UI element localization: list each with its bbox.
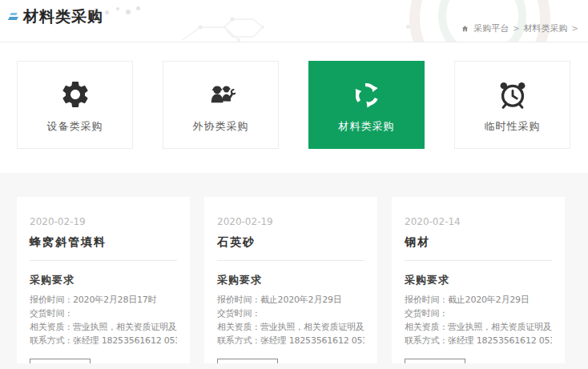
quote-time-line: 报价时间：2020年2月28日17时 xyxy=(30,293,177,307)
listing-date: 2020-02-19 xyxy=(217,216,364,227)
breadcrumb-separator: > xyxy=(513,24,519,33)
quote-time-line: 报价时间：截止2020年2月29日 xyxy=(405,293,552,307)
workers-icon xyxy=(204,77,238,112)
page-header: 材料类采购 采购平台 > 材料类采购 > xyxy=(0,0,588,42)
delivery-time-line: 交货时间： xyxy=(217,307,364,320)
title-wrap: 材料类采购 xyxy=(7,6,103,27)
category-row: 设备类采购 xyxy=(0,42,588,173)
listings-section: 2020-02-19 蜂窝斜管填料 采购要求 报价时间：2020年2月28日17… xyxy=(0,173,588,369)
detail-button[interactable]: 采购详单 xyxy=(30,359,91,363)
delivery-time-line: 交货时间： xyxy=(30,307,177,320)
category-card-temporary[interactable]: 临时性采购 xyxy=(454,61,570,149)
decor-dot xyxy=(406,25,410,29)
decor-dot xyxy=(105,10,109,14)
quote-time-line: 报价时间：截止2020年2月29日 xyxy=(217,293,364,307)
category-card-equipment[interactable]: 设备类采购 xyxy=(17,61,133,149)
listing-title: 钢材 xyxy=(405,235,552,250)
requirements-heading: 采购要求 xyxy=(405,273,552,287)
requirements-heading: 采购要求 xyxy=(30,273,177,287)
category-label: 材料类采购 xyxy=(339,119,395,134)
recycle-icon xyxy=(351,77,383,112)
breadcrumb: 采购平台 > 材料类采购 > xyxy=(461,22,578,34)
decor-circle-inner xyxy=(438,0,526,42)
title-marker-icon xyxy=(7,10,18,23)
listing-date: 2020-02-19 xyxy=(30,216,177,227)
decor-hexagon-pattern xyxy=(181,17,268,42)
requirements-heading: 采购要求 xyxy=(217,273,364,287)
listing-card-2: 2020-02-19 石英砂 采购要求 报价时间：截止2020年2月29日 交货… xyxy=(204,197,377,363)
listing-title: 石英砂 xyxy=(217,235,364,250)
category-label: 外协类采购 xyxy=(193,119,249,134)
listing-details: 报价时间：截止2020年2月29日 交货时间： 相关资质：营业执照，相关资质证明… xyxy=(405,293,552,347)
qualification-line: 相关资质：营业执照，相关资质证明及业绩清单等 xyxy=(30,320,177,334)
breadcrumb-home[interactable]: 采购平台 xyxy=(473,22,509,34)
alarm-clock-icon xyxy=(496,77,530,112)
category-card-outsourcing[interactable]: 外协类采购 xyxy=(163,61,279,149)
contact-line: 联系方式：张经理 18253561612 0535-8012972 xyxy=(217,334,364,347)
gear-icon xyxy=(59,77,91,112)
listing-card-1: 2020-02-19 蜂窝斜管填料 采购要求 报价时间：2020年2月28日17… xyxy=(17,197,190,363)
listing-details: 报价时间：截止2020年2月29日 交货时间： 相关资质：营业执照，相关资质证明… xyxy=(217,293,364,347)
listing-title: 蜂窝斜管填料 xyxy=(30,235,177,250)
decor-dot xyxy=(126,10,131,14)
listing-date: 2020-02-14 xyxy=(405,216,552,227)
page: 材料类采购 采购平台 > 材料类采购 > 设备类采购 xyxy=(0,0,588,369)
detail-button[interactable]: 采购详单 xyxy=(405,359,465,363)
qualification-line: 相关资质：营业执照，相关资质证明及业绩清单等 xyxy=(217,320,364,334)
decor-dot xyxy=(116,7,119,10)
decor-dot xyxy=(136,6,140,10)
page-title: 材料类采购 xyxy=(23,6,103,27)
detail-button[interactable]: 采购详单 xyxy=(217,359,278,363)
contact-line: 联系方式：张经理 18253561612 0535-8012972 xyxy=(30,334,177,347)
category-label: 临时性采购 xyxy=(485,119,541,134)
category-label: 设备类采购 xyxy=(47,119,103,134)
qualification-line: 相关资质：营业执照，相关资质证明及业绩清单等 xyxy=(405,320,552,334)
home-icon xyxy=(461,25,469,33)
breadcrumb-separator: > xyxy=(572,24,578,33)
listing-card-3: 2020-02-14 钢材 采购要求 报价时间：截止2020年2月29日 交货时… xyxy=(392,197,565,363)
category-card-materials[interactable]: 材料类采购 xyxy=(308,61,425,149)
decor-circle-outer xyxy=(409,0,550,42)
breadcrumb-current[interactable]: 材料类采购 xyxy=(524,22,568,34)
contact-line: 联系方式：张经理 18253561612 0535-8012972 xyxy=(405,334,552,347)
listing-details: 报价时间：2020年2月28日17时 交货时间： 相关资质：营业执照，相关资质证… xyxy=(30,293,177,347)
delivery-time-line: 交货时间： xyxy=(405,307,552,320)
divider xyxy=(30,260,177,261)
divider xyxy=(405,260,552,261)
divider xyxy=(217,260,364,261)
